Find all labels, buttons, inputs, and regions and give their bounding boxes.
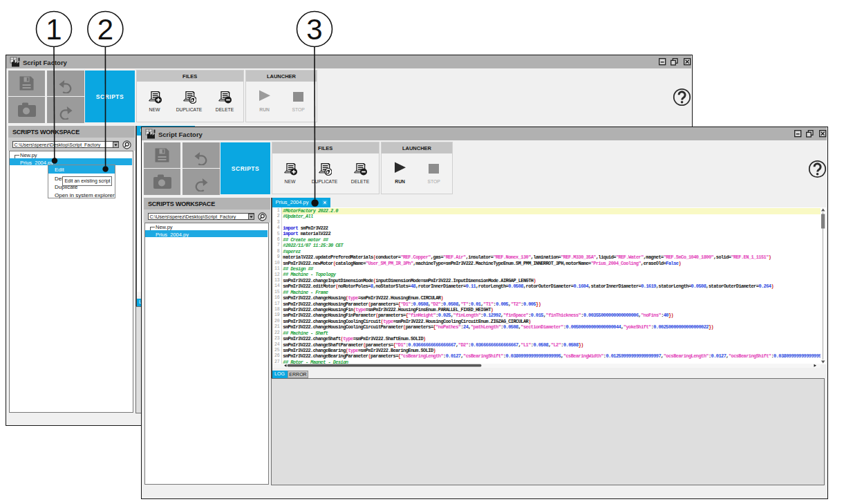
svg-text:2: 2 (97, 13, 113, 46)
svg-text:3: 3 (306, 13, 322, 46)
svg-text:1: 1 (46, 13, 62, 46)
